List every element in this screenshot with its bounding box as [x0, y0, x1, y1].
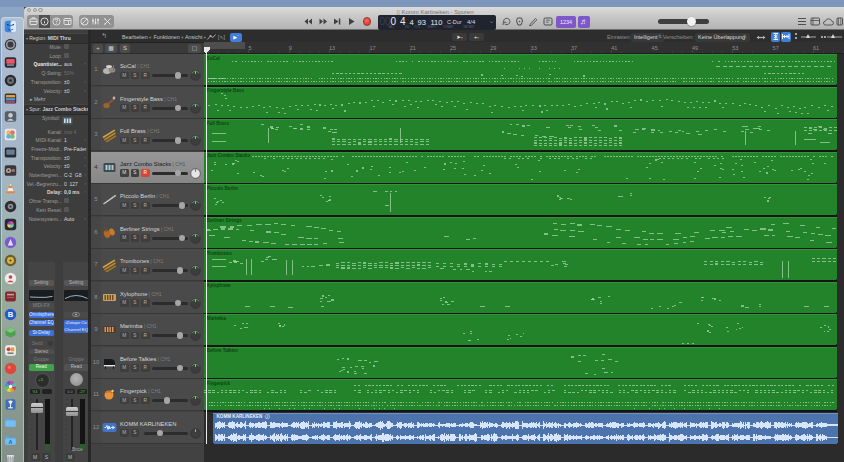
- svg-text:61: 61: [813, 45, 819, 51]
- svg-text:21: 21: [410, 45, 416, 51]
- svg-text:37: 37: [571, 45, 577, 51]
- svg-text:49: 49: [692, 45, 698, 51]
- svg-text:Piccolo Berlin: Piccolo Berlin: [207, 186, 238, 191]
- svg-text:29: 29: [490, 45, 496, 51]
- svg-text:5: 5: [248, 45, 251, 51]
- svg-text:13: 13: [329, 45, 335, 51]
- svg-text:Marimba: Marimba: [207, 316, 227, 321]
- svg-text:KOMM KARLINEKEN ⓘ: KOMM KARLINEKEN ⓘ: [217, 413, 270, 420]
- svg-text:57: 57: [773, 45, 779, 51]
- svg-text:53: 53: [732, 45, 738, 51]
- svg-text:A: A: [8, 439, 12, 445]
- svg-text:Fingerpick: Fingerpick: [207, 381, 231, 386]
- svg-text:9: 9: [289, 45, 292, 51]
- svg-text:Berliner Strings: Berliner Strings: [207, 218, 243, 223]
- svg-text:Before Talkies: Before Talkies: [207, 348, 239, 353]
- svg-text:41: 41: [611, 45, 617, 51]
- svg-text:33: 33: [531, 45, 537, 51]
- svg-text:Xylophone: Xylophone: [207, 283, 231, 288]
- svg-text:25: 25: [450, 45, 456, 51]
- svg-text:Jazz Combo Stacks: Jazz Combo Stacks: [207, 153, 251, 158]
- svg-text:17: 17: [369, 45, 375, 51]
- svg-text:Full Brass: Full Brass: [207, 121, 230, 126]
- svg-text:45: 45: [652, 45, 658, 51]
- svg-text:Trombones: Trombones: [207, 251, 233, 256]
- svg-text:B: B: [7, 310, 13, 319]
- svg-text:SoCal: SoCal: [207, 56, 220, 61]
- svg-text:Fingerstyle Bass: Fingerstyle Bass: [207, 88, 245, 93]
